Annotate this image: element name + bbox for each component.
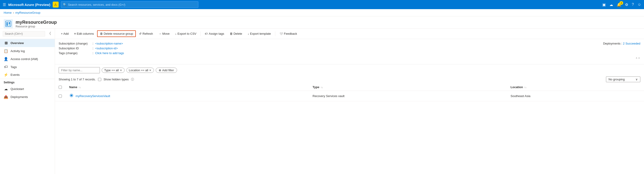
refresh-button[interactable]: ↺ Refresh — [137, 31, 155, 37]
subscription-id-link[interactable]: <subscription-id> — [95, 47, 118, 50]
subscription-id-value[interactable]: <subscription-id> — [95, 47, 118, 50]
search-placeholder-text: Search resources, services, and docs (G+… — [68, 3, 125, 6]
deployments-value[interactable]: 2 Succeeded — [623, 42, 640, 45]
cloud-icon[interactable]: ☁ — [610, 2, 613, 7]
breadcrumb: Home › myResourceGroup — [0, 9, 644, 16]
svg-rect-1 — [6, 22, 8, 24]
show-hidden-info-icon[interactable]: ⓘ — [131, 78, 134, 82]
nav-icons: ▣ ☁ 🔔 4 ⚙ ? ☺ — [602, 2, 641, 7]
warning-badge-icon[interactable]: ⚠ — [53, 1, 59, 7]
row-checkbox[interactable] — [59, 94, 62, 98]
breadcrumb-separator: › — [13, 11, 14, 14]
refresh-label: Refresh — [142, 32, 153, 35]
location-filter-close-icon[interactable]: ✕ — [149, 69, 152, 72]
assign-tags-button[interactable]: 🏷 Assign tags — [202, 31, 226, 37]
sidebar-item-iam[interactable]: 👤 Access control (IAM) — [0, 55, 55, 63]
info-row-subscription-id: Subscription ID : <subscription-id> — [59, 47, 124, 50]
feedback-label: Feedback — [284, 32, 297, 35]
export-csv-label: Export to CSV — [178, 32, 196, 35]
svg-rect-3 — [6, 24, 8, 26]
show-hidden-checkbox[interactable] — [98, 78, 101, 81]
export-template-label: Export template — [250, 32, 271, 35]
type-filter-label: Type == all — [104, 69, 119, 72]
feedback-button[interactable]: 🤍 Feedback — [277, 31, 299, 37]
iam-icon: 👤 — [4, 57, 8, 61]
results-count-text: Showing 1 to 7 of 7 records. — [59, 78, 96, 81]
select-all-header — [55, 84, 66, 91]
add-button[interactable]: + Add — [59, 31, 71, 37]
refresh-icon: ↺ — [139, 32, 142, 35]
results-bar: Showing 1 to 7 of 7 records. Show hidden… — [55, 75, 644, 84]
type-column-label: Type — [312, 86, 319, 89]
collapse-arrow[interactable]: ⌃⌃ — [59, 56, 640, 61]
move-button[interactable]: → Move — [156, 31, 172, 37]
sidebar-item-overview[interactable]: ⊞ Overview — [0, 39, 55, 47]
breadcrumb-resource-group[interactable]: myResourceGroup — [15, 11, 40, 14]
assign-tags-icon: 🏷 — [205, 32, 208, 35]
sidebar-item-label-events: Events — [10, 73, 20, 77]
info-deployments-container: Subscription (change) : <subscription-na… — [59, 42, 640, 56]
sidebar-item-label-deployments: Deployments — [10, 95, 28, 99]
type-filter-tag[interactable]: Type == all ✕ — [102, 68, 124, 73]
add-filter-button[interactable]: ⊕ Add filter — [156, 68, 177, 73]
export-template-button[interactable]: ↓ Export template — [245, 31, 273, 37]
deployments-label: Deployments : — [603, 42, 622, 45]
location-sort-icon[interactable]: ↑↓ — [524, 86, 526, 88]
row-checkbox-cell — [55, 91, 66, 101]
name-column-header: Name ↑↓ — [66, 84, 309, 91]
global-search-bar[interactable]: 🔍 Search resources, services, and docs (… — [61, 1, 198, 8]
hamburger-icon[interactable]: ☰ — [3, 2, 6, 7]
deployments-icon: 📤 — [4, 95, 8, 99]
edit-columns-button[interactable]: ≡ Edit columns — [72, 31, 96, 37]
sidebar-item-events[interactable]: ⚡ Events — [0, 71, 55, 79]
svg-rect-0 — [6, 21, 11, 26]
name-sort-icon[interactable]: ↑↓ — [78, 86, 81, 88]
location-cell: Southeast Asia — [507, 91, 644, 101]
move-label: Move — [162, 32, 170, 35]
sidebar-item-tags[interactable]: 🏷 Tags — [0, 63, 55, 71]
sidebar-item-activity-log[interactable]: 📋 Activity log — [0, 47, 55, 55]
sidebar-collapse-button[interactable]: 《 — [46, 30, 52, 37]
help-icon[interactable]: ? — [632, 2, 634, 7]
resource-name-link[interactable]: myRecoveryServicesVault — [76, 94, 110, 98]
table-row: myRecoveryServicesVault Recovery Service… — [55, 91, 644, 101]
sidebar-search-input[interactable] — [3, 31, 45, 37]
breadcrumb-home[interactable]: Home — [4, 11, 12, 14]
info-section: Subscription (change) : <subscription-na… — [55, 39, 644, 64]
filter-by-name-input[interactable] — [59, 67, 100, 73]
notification-icon[interactable]: 🔔 4 — [617, 2, 621, 7]
location-filter-tag[interactable]: Location == all ✕ — [126, 68, 154, 73]
type-sort-icon[interactable]: ↑↓ — [321, 86, 323, 88]
location-column-label: Location — [510, 86, 523, 89]
sidebar-section-settings: Settings — [0, 79, 55, 85]
delete-button[interactable]: 🗑 Delete — [228, 31, 244, 37]
subscription-link[interactable]: <subscription-name> — [95, 42, 123, 45]
settings-icon[interactable]: ⚙ — [625, 2, 628, 7]
move-icon: → — [158, 32, 162, 35]
tags-value[interactable]: Click here to add tags — [95, 51, 124, 55]
export-csv-button[interactable]: ↓ Export to CSV — [173, 31, 199, 37]
delete-resource-group-button[interactable]: 🗑 Delete resource group — [97, 30, 136, 37]
sidebar-item-label-overview: Overview — [10, 41, 24, 45]
select-all-checkbox[interactable] — [59, 86, 62, 89]
terminal-icon[interactable]: ▣ — [602, 2, 606, 7]
sidebar-item-deployments[interactable]: 📤 Deployments — [0, 93, 55, 101]
main-layout: 《 ⊞ Overview 📋 Activity log 👤 Access con… — [0, 29, 644, 174]
assign-tags-label: Assign tags — [209, 32, 224, 35]
name-cell: myRecoveryServicesVault — [66, 91, 309, 101]
info-row-subscription: Subscription (change) : <subscription-na… — [59, 42, 124, 45]
grouping-dropdown[interactable]: No grouping ∨ — [606, 77, 640, 82]
sidebar-item-quickstart[interactable]: ☁ Quickstart — [0, 85, 55, 93]
page-header-text: myResourceGroup Resource group — [16, 20, 57, 28]
tags-link[interactable]: Click here to add tags — [95, 51, 124, 55]
quickstart-icon: ☁ — [4, 87, 8, 91]
edit-columns-icon: ≡ — [74, 32, 76, 35]
delete-resource-group-label: Delete resource group — [104, 32, 133, 35]
svg-rect-4 — [9, 24, 10, 26]
info-row-tags: Tags (change) : Click here to add tags — [59, 51, 124, 55]
smiley-icon[interactable]: ☺ — [638, 2, 641, 7]
delete-icon: 🗑 — [230, 32, 233, 35]
subscription-value[interactable]: <subscription-name> — [95, 42, 123, 45]
toolbar-separator-2 — [275, 31, 275, 36]
type-filter-close-icon[interactable]: ✕ — [120, 69, 122, 72]
